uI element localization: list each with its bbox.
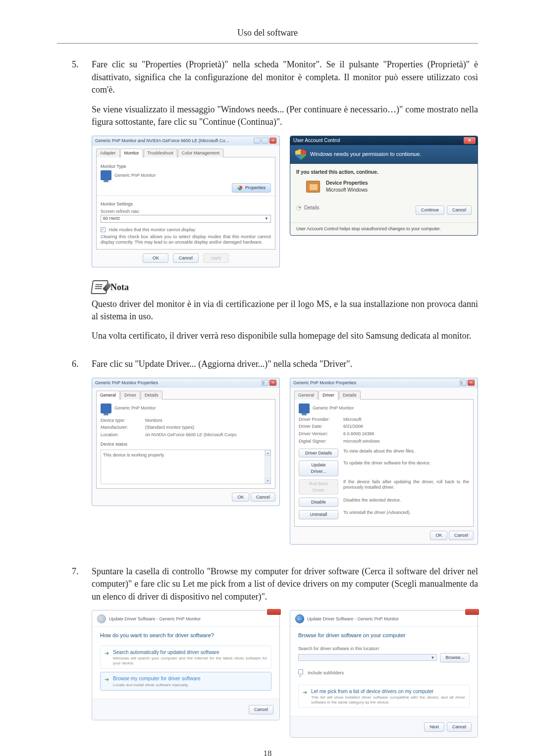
wizard-heading: Browse for driver software on your compu… — [298, 632, 470, 640]
kv-value: on NVIDIA GeForce 6600 LE (Microsoft Cor… — [145, 432, 237, 438]
driver-details-button[interactable]: Driver Details — [299, 449, 338, 458]
dialog-title: Generic PnP Monitor Properties — [293, 380, 356, 386]
step-5-para-1: Fare clic su "Properties (Proprietà)" ne… — [92, 58, 478, 97]
cancel-button[interactable]: Cancel — [449, 531, 474, 540]
note-para-2: Una volta certificato, il driver verrà r… — [92, 330, 478, 342]
device-name: Generic PnP Monitor — [114, 405, 156, 411]
device-name: Generic PnP Monitor — [313, 405, 354, 411]
note-icon — [91, 280, 108, 294]
tab-driver[interactable]: Driver — [319, 391, 338, 400]
uac-banner-text: Windows needs your permission to contion… — [310, 151, 421, 158]
monitor-settings-label: Monitor Settings — [101, 201, 271, 207]
wizard-breadcrumb: Update Driver Software - Generic PnP Mon… — [109, 616, 201, 622]
tab-details[interactable]: Details — [339, 391, 361, 400]
program-icon — [306, 181, 320, 193]
browse-button[interactable]: Browse... — [440, 653, 470, 662]
cancel-button[interactable]: Cancel — [447, 205, 472, 215]
page-header: Uso del software — [57, 28, 478, 38]
option-title: Browse my computer for driver software — [113, 675, 201, 682]
uac-program-title: Device Properties — [326, 180, 368, 187]
tab-driver[interactable]: Driver — [120, 391, 140, 400]
step-5: 5. Fare clic su "Properties (Proprietà)"… — [57, 58, 478, 349]
close-icon[interactable]: × — [269, 138, 276, 144]
kv-value: (Standard monitor types) — [145, 424, 194, 431]
scroll-up-icon[interactable]: ▴ — [265, 450, 270, 456]
close-icon[interactable] — [267, 609, 281, 615]
wizard-question: How do you want to search for driver sof… — [100, 632, 271, 640]
update-driver-button[interactable]: Update Driver... — [299, 460, 338, 476]
monitor-name: Generic PnP Monitor — [114, 172, 156, 179]
shield-icon — [295, 149, 306, 160]
step-7: 7. Spuntare la casella di controllo "Bro… — [57, 565, 478, 750]
cancel-button[interactable]: Cancel — [251, 493, 275, 502]
next-button[interactable]: Next — [424, 722, 444, 732]
option-search-auto[interactable]: ➔ Search automatically for updated drive… — [100, 646, 271, 669]
shield-icon — [237, 186, 242, 191]
update-driver-wizard-browse: ← Update Driver Software - Generic PnP M… — [290, 610, 478, 738]
monitor-icon — [101, 403, 111, 413]
cancel-button[interactable]: Cancel — [447, 722, 472, 732]
driver-props-driver-dialog: Generic PnP Monitor Properties ? × Gener… — [290, 378, 478, 545]
refresh-rate-dropdown[interactable]: 60 Hertz ▼ — [101, 215, 271, 223]
kv-value: Monitors — [145, 417, 162, 424]
tab-general[interactable]: General — [294, 391, 318, 400]
option-browse-computer[interactable]: ➔ Browse my computer for driver software… — [100, 672, 271, 691]
kv-value: Microsoft — [343, 416, 362, 423]
back-button[interactable]: ← — [295, 614, 304, 623]
close-icon[interactable]: × — [468, 380, 475, 386]
kv-key: Driver Provider: — [299, 416, 339, 423]
properties-button-label: Properties — [245, 185, 266, 190]
step-5-figure-row: Generic PnP Monitor and NVIDIA GeForce 6… — [92, 136, 478, 267]
tab-monitor[interactable]: Monitor — [120, 149, 143, 157]
help-icon[interactable]: ? — [262, 380, 268, 386]
cancel-button[interactable]: Cancel — [249, 705, 273, 714]
arrow-right-icon: ➔ — [105, 676, 109, 684]
tab-general[interactable]: General — [96, 391, 120, 400]
close-icon[interactable]: × — [269, 380, 276, 386]
help-icon[interactable]: ? — [460, 380, 467, 386]
close-icon[interactable]: × — [464, 137, 476, 144]
roll-back-driver-desc: If the device fails after updating the d… — [343, 479, 469, 490]
ok-button[interactable]: OK — [430, 531, 447, 540]
path-combobox[interactable]: ▼ — [298, 654, 437, 661]
kv-key: Driver Date: — [299, 423, 339, 430]
close-icon[interactable] — [465, 609, 479, 615]
maximize-icon[interactable] — [262, 138, 268, 144]
refresh-rate-value: 60 Hertz — [103, 215, 120, 222]
uac-dialog: User Account Control × Windows needs you… — [290, 136, 478, 267]
note-para-1: Questo driver del monitor è in via di ce… — [92, 298, 478, 323]
device-status-box: This device is working properly. ▴ ▾ — [101, 450, 271, 484]
uac-details-toggle[interactable]: Details — [296, 204, 320, 211]
uninstall-desc: To uninstall the driver (Advanced). — [343, 510, 469, 515]
chevron-down-icon — [296, 205, 301, 210]
minimize-icon[interactable] — [254, 138, 261, 144]
tab-adapter[interactable]: Adapter — [96, 149, 120, 157]
step-6: 6. Fare clic su "Update Driver... (Aggio… — [57, 358, 478, 556]
tab-color-management[interactable]: Color Management — [178, 149, 224, 157]
cancel-button[interactable]: Cancel — [173, 253, 199, 263]
uac-instruction: If you started this action, continue. — [296, 169, 472, 176]
tab-details[interactable]: Details — [141, 391, 162, 400]
driver-details-desc: To view details about the driver files. — [343, 449, 469, 454]
dialog-title: Generic PnP Monitor and NVIDIA GeForce 6… — [95, 138, 229, 144]
scrollbar[interactable]: ▴ ▾ — [265, 450, 270, 484]
roll-back-driver-button: Roll Back Driver — [299, 479, 338, 495]
include-subfolders-checkbox[interactable] — [298, 669, 303, 674]
hide-modes-description: Clearing this check box allows you to se… — [101, 234, 271, 245]
disable-button[interactable]: Disable — [299, 498, 338, 507]
uac-footer-text: User Account Control helps stop unauthor… — [290, 222, 478, 235]
option-subtitle: This list will show installed driver sof… — [311, 695, 465, 705]
ok-button[interactable]: OK — [143, 253, 168, 263]
uninstall-button[interactable]: Uninstall — [299, 510, 338, 519]
option-title: Let me pick from a list of device driver… — [311, 688, 465, 695]
tab-troubleshoot[interactable]: Troubleshoot — [144, 149, 177, 157]
continue-button[interactable]: Continue — [416, 205, 444, 215]
properties-button[interactable]: Properties — [232, 183, 271, 193]
hide-modes-checkbox[interactable] — [101, 227, 106, 232]
scroll-down-icon[interactable]: ▾ — [265, 478, 270, 484]
option-let-me-pick[interactable]: ➔ Let me pick from a list of device driv… — [298, 685, 470, 708]
monitor-properties-dialog: Generic PnP Monitor and NVIDIA GeForce 6… — [92, 136, 280, 267]
step-7-figure-row: ← Update Driver Software - Generic PnP M… — [92, 610, 478, 738]
kv-key: Digital Signer: — [299, 438, 339, 445]
ok-button[interactable]: OK — [232, 493, 249, 502]
